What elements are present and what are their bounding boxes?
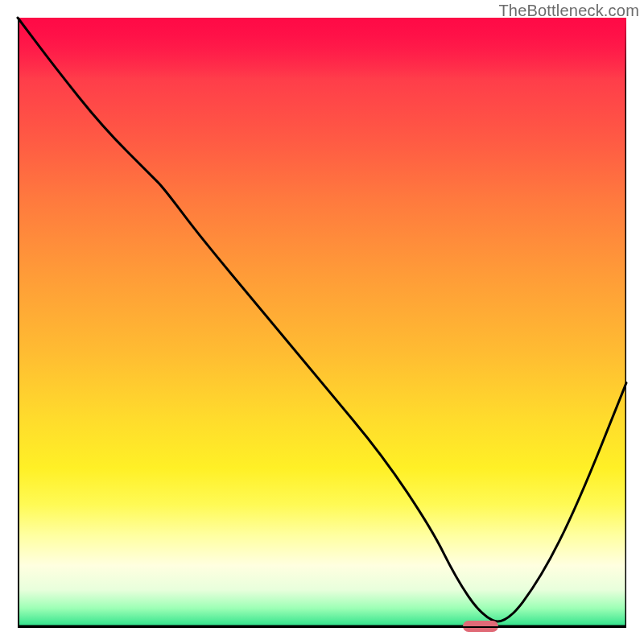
plot-area — [18, 18, 626, 626]
gradient-top-accent — [18, 18, 626, 79]
x-axis-line — [18, 626, 626, 628]
bottleneck-chart: TheBottleneck.com — [0, 0, 644, 644]
y-axis-line — [18, 18, 19, 626]
